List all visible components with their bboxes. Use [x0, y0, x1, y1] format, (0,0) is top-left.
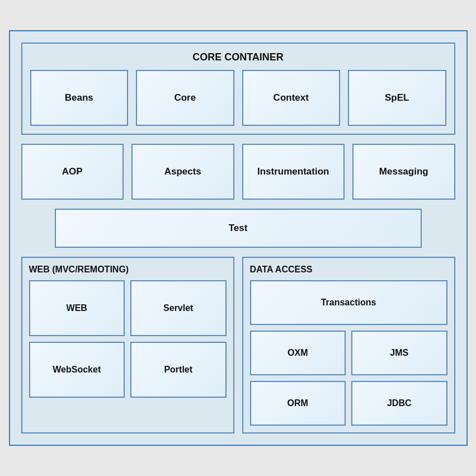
data-section-title: DATA ACCESS — [250, 265, 447, 275]
data-grid: Transactions OXM JMS ORM JDB — [250, 280, 447, 426]
test-row: Test — [21, 209, 455, 248]
jms-box: JMS — [351, 331, 447, 375]
messaging-label: Messaging — [379, 166, 428, 177]
messaging-box: Messaging — [352, 144, 455, 200]
jdbc-box: JDBC — [351, 381, 447, 426]
data-section: DATA ACCESS Transactions OXM JMS — [242, 257, 455, 433]
core-label: Core — [174, 92, 196, 103]
portlet-box: Portlet — [130, 342, 227, 398]
websocket-label: WebSocket — [53, 365, 101, 375]
transactions-box: Transactions — [250, 280, 447, 325]
web-section-title: WEB (MVC/REMOTING) — [29, 265, 227, 275]
jdbc-label: JDBC — [387, 398, 412, 408]
core-row: Beans Core Context SpEL — [30, 70, 446, 126]
beans-label: Beans — [65, 92, 93, 103]
websocket-box: WebSocket — [29, 342, 125, 398]
spel-box: SpEL — [348, 70, 446, 126]
web-box: WEB — [29, 280, 125, 336]
context-label: Context — [274, 92, 309, 103]
context-box: Context — [242, 70, 341, 126]
core-container-section: CORE CONTAINER Beans Core Context SpEL — [21, 43, 455, 135]
instrumentation-label: Instrumentation — [257, 166, 329, 177]
orm-jdbc-row: ORM JDBC — [250, 381, 447, 426]
spel-label: SpEL — [385, 92, 409, 103]
bottom-row: WEB (MVC/REMOTING) WEB Servlet WebSocket… — [21, 257, 455, 433]
core-box: Core — [136, 70, 234, 126]
orm-box: ORM — [250, 381, 346, 426]
servlet-label: Servlet — [163, 303, 193, 313]
instrumentation-box: Instrumentation — [242, 144, 345, 200]
transactions-row: Transactions — [250, 280, 447, 325]
web-label: WEB — [67, 303, 87, 313]
oxm-label: OXM — [288, 348, 308, 358]
jms-label: JMS — [390, 348, 408, 358]
test-box: Test — [55, 209, 422, 248]
aop-label: AOP — [62, 166, 83, 177]
oxm-jms-row: OXM JMS — [250, 331, 447, 375]
oxm-box: OXM — [250, 331, 346, 375]
aspects-box: Aspects — [131, 144, 234, 200]
servlet-box: Servlet — [130, 280, 227, 336]
core-container-title: CORE CONTAINER — [30, 51, 446, 63]
orm-label: ORM — [288, 398, 308, 408]
test-label: Test — [229, 223, 248, 234]
beans-box: Beans — [30, 70, 129, 126]
aop-box: AOP — [21, 144, 124, 200]
transactions-label: Transactions — [321, 298, 376, 308]
web-grid: WEB Servlet WebSocket Portlet — [29, 280, 227, 398]
aop-row: AOP Aspects Instrumentation Messaging — [21, 144, 455, 200]
web-section: WEB (MVC/REMOTING) WEB Servlet WebSocket… — [21, 257, 234, 433]
main-diagram: CORE CONTAINER Beans Core Context SpEL A… — [9, 30, 468, 446]
portlet-label: Portlet — [164, 365, 192, 375]
aspects-label: Aspects — [164, 166, 201, 177]
